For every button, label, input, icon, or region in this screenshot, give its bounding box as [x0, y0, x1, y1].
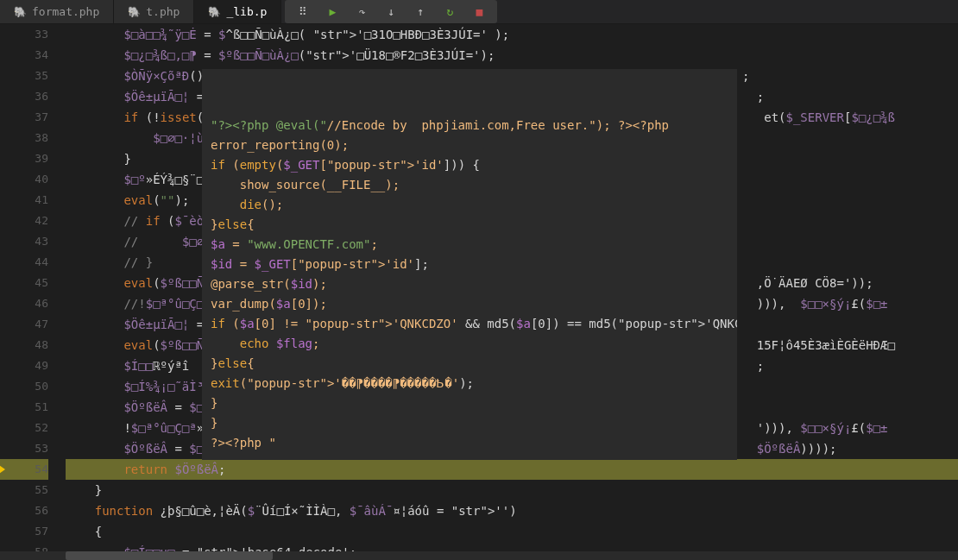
popup-line: die();	[211, 195, 728, 215]
tab-label: format.php	[32, 5, 99, 18]
line-number: 47	[0, 314, 48, 335]
popup-line: error_reporting(0);	[211, 135, 728, 155]
tab-t-php[interactable]: 🐘 t.php	[114, 0, 194, 23]
restart-button[interactable]: ↻	[438, 1, 461, 23]
step-over-button[interactable]: ↷	[350, 1, 373, 23]
play-button[interactable]: ▶	[321, 1, 343, 23]
scrollbar-thumb[interactable]	[66, 551, 273, 560]
step-out-button[interactable]: ↑	[409, 1, 432, 23]
horizontal-scrollbar[interactable]	[0, 551, 958, 560]
line-number: 41	[0, 190, 48, 211]
line-number: 43	[0, 231, 48, 252]
debug-toolbar: ⠿ ▶ ↷ ↓ ↑ ↻ ■	[285, 0, 497, 23]
line-number: 36	[0, 86, 48, 107]
popup-line: @parse_str($id);	[211, 274, 728, 294]
line-number: 45	[0, 273, 48, 293]
hover-popup: "?><?php @eval("//Encode by phpjiami.com…	[202, 69, 737, 460]
line-number: 50	[0, 376, 48, 397]
line-number: 55	[0, 480, 48, 500]
popup-line: ?><?php "	[211, 433, 728, 453]
line-number: 40	[0, 169, 48, 190]
line-number: 56	[0, 500, 48, 521]
popup-line: show_source(__FILE__);	[211, 175, 728, 195]
code-line[interactable]: {	[66, 521, 958, 542]
popup-line: if (empty($_GET["popup-str">'id'])) {	[211, 155, 728, 175]
line-number: 38	[0, 128, 48, 148]
code-line[interactable]: }	[66, 480, 958, 500]
tab-label: t.php	[146, 5, 180, 18]
php-icon: 🐘	[14, 6, 27, 18]
grip-icon[interactable]: ⠿	[292, 1, 314, 23]
popup-line: echo $flag;	[211, 334, 728, 354]
line-number: 42	[0, 211, 48, 231]
gutter: 3334353637383940414243444546474849505152…	[0, 24, 66, 560]
popup-line: $a = "www.OPENCTF.com";	[211, 235, 728, 255]
line-number: 34	[0, 45, 48, 66]
tabs-bar: 🐘 format.php 🐘 t.php 🐘 _lib.p ⠿ ▶ ↷ ↓ ↑ …	[0, 0, 958, 24]
line-number: 49	[0, 356, 48, 376]
line-number: 52	[0, 418, 48, 438]
popup-line: var_dump($a[0]);	[211, 294, 728, 314]
line-number: 46	[0, 293, 48, 314]
popup-line: $id = $_GET["popup-str">'id'];	[211, 255, 728, 274]
line-number: 35	[0, 66, 48, 86]
code-line[interactable]: $□à□□¾˜ÿ□Ė = $^ß□□Ñ□ùÀ¿□( "str">'□31O□HB…	[66, 24, 958, 45]
code-line[interactable]: return $ÖºßëÂ;	[66, 459, 958, 480]
line-number: 57	[0, 521, 48, 542]
line-number: 33	[0, 24, 48, 45]
tab-format-php[interactable]: 🐘 format.php	[0, 0, 114, 23]
popup-line: exit("popup-str">'��⁋����⁋�����Ҍ�');	[211, 374, 728, 393]
line-number: 51	[0, 397, 48, 418]
popup-line: "?><?php @eval("//Encode by phpjiami.com…	[211, 116, 728, 135]
breakpoint-arrow-icon	[0, 463, 5, 475]
editor: 3334353637383940414243444546474849505152…	[0, 24, 958, 560]
popup-line: }else{	[211, 354, 728, 374]
php-icon: 🐘	[208, 6, 221, 18]
code-line[interactable]: function ¿þ§□û□è,¦èÄ($¨Ûí□Í×˜ÌÌÀ□, $¯âùÁ…	[66, 500, 958, 521]
popup-line: }	[211, 413, 728, 433]
stop-button[interactable]: ■	[468, 1, 490, 23]
line-number: 53	[0, 438, 48, 459]
line-number: 48	[0, 335, 48, 356]
line-number: 44	[0, 252, 48, 273]
popup-line: if ($a[0] != "popup-str">'QNKCDZO' && md…	[211, 314, 728, 334]
php-icon: 🐘	[128, 6, 141, 18]
line-number: 37	[0, 107, 48, 128]
tab-lib-php[interactable]: 🐘 _lib.p	[194, 0, 281, 23]
line-number: 54	[0, 459, 48, 480]
line-number: 39	[0, 148, 48, 169]
tab-label: _lib.p	[226, 5, 267, 18]
popup-line: }	[211, 393, 728, 413]
code-line[interactable]: $□¿□¾ß□,□⁋ = $ºß□□Ñ□ùÀ¿□("str">'□Ü18□®F2…	[66, 45, 958, 66]
step-into-button[interactable]: ↓	[380, 1, 402, 23]
popup-line: }else{	[211, 215, 728, 235]
